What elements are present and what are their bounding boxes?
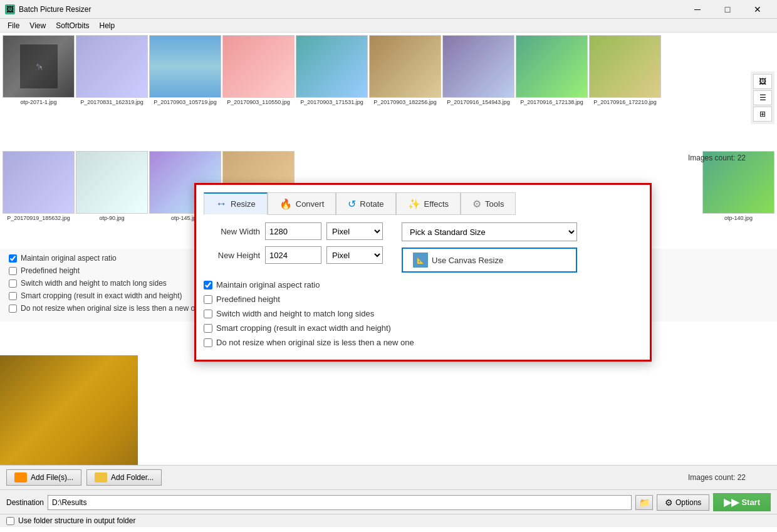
thumbnail (369, 35, 441, 98)
menu-view[interactable]: View (24, 20, 51, 31)
lower-predefined-row: Predefined height (9, 266, 204, 275)
maintain-ratio-checkbox[interactable] (204, 281, 212, 289)
list-item[interactable]: P_20170916_172138.jpg (516, 35, 588, 146)
list-item[interactable]: P_20170903_110550.jpg (222, 35, 295, 146)
thumbnail (3, 151, 75, 214)
thumbnail (76, 35, 148, 98)
lower-maintain-label: Maintain original aspect ratio (21, 254, 117, 263)
smart-crop-row: Smart cropping (result in exact width an… (204, 323, 642, 333)
add-buttons-bar: Add File(s)... Add Folder... Images coun… (0, 465, 777, 489)
thumbnail-label: P_20170903_182256.jpg (373, 99, 437, 105)
canvas-resize-button[interactable]: 📐 Use Canvas Resize (402, 248, 577, 273)
tab-tools[interactable]: ⚙ Tools (461, 192, 516, 215)
minimize-button[interactable]: ─ (683, 0, 712, 19)
panel-tabs: ↔ Resize 🔥 Convert ↺ Rotate ✨ Effects ⚙ (204, 192, 642, 215)
window-controls: ─ □ ✕ (683, 0, 772, 19)
effects-tab-label: Effects (424, 199, 449, 209)
folder-structure-checkbox[interactable] (6, 517, 14, 525)
tool-btn-2[interactable]: ☰ (753, 90, 772, 105)
new-height-row: New Height Pixel Percent cm inch (204, 246, 383, 264)
lower-predefined-checkbox[interactable] (9, 267, 17, 275)
height-unit-select[interactable]: Pixel Percent cm inch (326, 246, 383, 264)
tab-effects[interactable]: ✨ Effects (396, 192, 461, 215)
list-item[interactable]: P_20170903_182256.jpg (369, 35, 441, 146)
thumbnail (589, 35, 661, 98)
new-width-row: New Width Pixel Percent cm inch (204, 222, 383, 240)
destination-label: Destination (6, 498, 44, 507)
menu-help[interactable]: Help (95, 20, 120, 31)
resize-tab-icon: ↔ (216, 197, 227, 211)
menu-file[interactable]: File (3, 20, 24, 31)
tools-tab-label: Tools (485, 199, 504, 209)
donot-resize-row: Do not resize when original size is less… (204, 338, 642, 347)
thumbnail-label: P_20170919_185632.jpg (7, 215, 70, 221)
canvas-btn-label: Use Canvas Resize (432, 256, 503, 265)
list-item[interactable]: P_20170903_171531.jpg (296, 35, 368, 146)
app-icon: 🖼 (5, 4, 15, 14)
new-width-label: New Width (204, 227, 260, 236)
lower-maintain-checkbox[interactable] (9, 254, 17, 263)
list-item[interactable]: P_20170916_172210.jpg (589, 35, 661, 146)
predefined-height-checkbox[interactable] (204, 295, 212, 304)
list-item[interactable]: P_20170919_185632.jpg (3, 151, 75, 231)
add-folder-button[interactable]: Add Folder... (86, 469, 162, 486)
add-folder-label: Add Folder... (111, 473, 154, 482)
tab-rotate[interactable]: ↺ Rotate (336, 192, 395, 215)
donot-resize-checkbox[interactable] (204, 338, 212, 347)
thumbnail: 🦍 (3, 35, 75, 98)
standard-size-select[interactable]: Pick a Standard Size (402, 222, 577, 241)
lower-predefined-label: Predefined height (21, 266, 80, 275)
list-item[interactable]: P_20170903_105719.jpg (149, 35, 221, 146)
list-item[interactable]: otp-140.jpg (702, 151, 774, 231)
lower-switch-checkbox[interactable] (9, 279, 17, 288)
browse-button[interactable]: 📁 (635, 495, 653, 510)
maintain-ratio-label: Maintain original aspect ratio (216, 280, 320, 289)
list-item[interactable]: otp-90.jpg (76, 151, 148, 231)
close-button[interactable]: ✕ (743, 0, 772, 19)
width-unit-select[interactable]: Pixel Percent cm inch (326, 222, 383, 240)
app-title: Batch Picture Resizer (19, 5, 683, 14)
options-label: Options (675, 498, 701, 507)
maximize-button[interactable]: □ (713, 0, 742, 19)
thumbnail (516, 35, 588, 98)
tab-convert[interactable]: 🔥 Convert (268, 192, 336, 215)
lower-donot-checkbox[interactable] (9, 305, 17, 313)
image-strip-1: 🦍 otp-2071-1.jpg P_20170831_162319.jpg P… (0, 33, 777, 149)
list-item[interactable]: 🦍 otp-2071-1.jpg (3, 35, 75, 146)
menu-softorbits[interactable]: SoftOrbits (51, 20, 94, 31)
tool-btn-3[interactable]: ⊞ (753, 107, 772, 122)
start-label: Start (741, 498, 760, 507)
list-item[interactable]: P_20170916_154943.jpg (442, 35, 514, 146)
destination-input[interactable] (48, 495, 632, 510)
start-button[interactable]: ▶▶ Start (713, 493, 771, 511)
rotate-tab-icon: ↺ (348, 198, 356, 210)
new-height-label: New Height (204, 251, 260, 260)
thumbnail (442, 35, 514, 98)
lower-donot-label: Do not resize when original size is less… (21, 304, 204, 313)
start-arrow-icon: ▶▶ (724, 496, 739, 508)
switch-sides-checkbox[interactable] (204, 310, 212, 318)
menu-bar: File View SoftOrbits Help (0, 19, 777, 33)
tab-resize[interactable]: ↔ Resize (204, 192, 268, 215)
lower-switch-row: Switch width and height to match long si… (9, 279, 204, 288)
lower-smart-checkbox[interactable] (9, 292, 17, 300)
rotate-tab-label: Rotate (360, 199, 383, 209)
switch-sides-row: Switch width and height to match long si… (204, 309, 642, 318)
title-bar: 🖼 Batch Picture Resizer ─ □ ✕ (0, 0, 777, 19)
convert-tab-label: Convert (296, 199, 325, 209)
new-height-input[interactable] (265, 246, 321, 264)
convert-tab-icon: 🔥 (279, 198, 292, 210)
tool-btn-1[interactable]: 🖼 (753, 74, 772, 89)
lower-donot-row: Do not resize when original size is less… (9, 304, 204, 313)
thumbnail-label: otp-140.jpg (724, 215, 753, 221)
thumbnail (149, 35, 221, 98)
list-item[interactable]: P_20170831_162319.jpg (76, 35, 148, 146)
smart-crop-checkbox[interactable] (204, 324, 212, 333)
add-folder-icon (95, 472, 107, 482)
thumbnail-label: P_20170903_171531.jpg (300, 99, 363, 105)
add-files-button[interactable]: Add File(s)... (6, 469, 81, 486)
images-count-bottom: Images count: 22 (688, 473, 746, 482)
thumbnail-label: P_20170903_105719.jpg (154, 99, 217, 105)
new-width-input[interactable] (265, 222, 321, 240)
options-button[interactable]: ⚙ Options (657, 494, 709, 511)
